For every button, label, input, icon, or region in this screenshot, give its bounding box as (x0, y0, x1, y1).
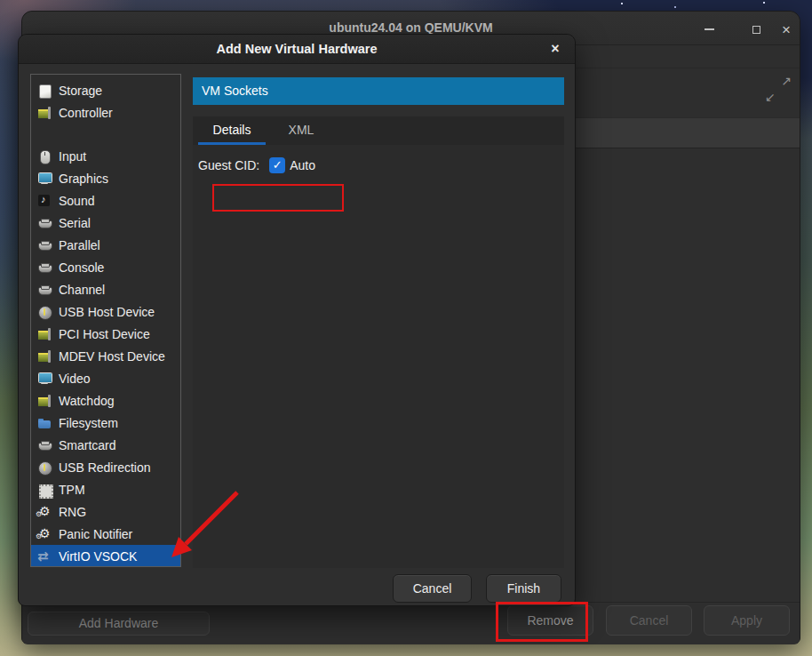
sidebar-item-parallel[interactable]: Parallel (31, 234, 180, 256)
serial-port-icon (37, 283, 52, 297)
sidebar-item-mdev-host-device[interactable]: MDEV Host Device (31, 345, 180, 367)
cancel-button[interactable]: Cancel (393, 574, 472, 603)
sidebar-item-watchdog[interactable]: Watchdog (31, 389, 180, 412)
sound-card-icon (37, 194, 52, 208)
apply-button[interactable]: Apply (704, 605, 790, 636)
minimize-icon (705, 28, 714, 30)
expand-sw-icon: ↙ (765, 90, 776, 104)
sidebar-item-console[interactable]: Console (31, 256, 180, 278)
tab-details[interactable]: Details (198, 116, 266, 145)
maximize-button[interactable] (748, 21, 764, 37)
serial-port-icon (37, 216, 52, 230)
pci-card-icon (37, 349, 52, 364)
usb-icon (37, 305, 52, 319)
serial-port-icon (37, 238, 52, 252)
close-icon: × (782, 22, 791, 37)
close-window-button[interactable]: × (778, 21, 794, 37)
sidebar-item-smartcard[interactable]: Smartcard (31, 434, 180, 456)
sidebar-item-sound[interactable]: Sound (31, 189, 180, 212)
fullscreen-toggle-button[interactable]: ↗ ↙ (765, 76, 792, 102)
usb-icon (37, 460, 52, 475)
window-cancel-button[interactable]: Cancel (606, 605, 692, 636)
dialog-close-button[interactable]: × (546, 40, 564, 58)
tab-xml[interactable]: XML (273, 116, 330, 145)
sidebar-item-rng[interactable]: RNG (31, 500, 180, 523)
monitor-icon (37, 372, 52, 386)
sidebar-item-channel[interactable]: Channel (31, 278, 180, 300)
remove-button[interactable]: Remove (507, 605, 593, 636)
gear-icon (37, 527, 52, 541)
page-title: VM Sockets (193, 77, 564, 105)
dialog-title: Add New Virtual Hardware (19, 42, 575, 56)
detail-tabs: Details XML (193, 116, 564, 145)
sidebar-item-pci-host-device[interactable]: PCI Host Device (31, 323, 180, 345)
maximize-icon (752, 26, 760, 34)
chip-icon (37, 483, 52, 497)
pci-card-icon (37, 394, 52, 408)
serial-port-icon (37, 260, 52, 275)
auto-label: Auto (290, 158, 315, 172)
guest-cid-label: Guest CID: (198, 158, 259, 172)
sidebar-item-graphics[interactable]: Graphics (31, 167, 180, 189)
dialog-titlebar[interactable]: Add New Virtual Hardware × (19, 35, 575, 64)
add-hardware-button[interactable]: Add Hardware (28, 612, 210, 636)
storage-drive-icon (37, 84, 52, 98)
guest-cid-row: Guest CID: ✓ Auto (198, 155, 315, 176)
monitor-icon (37, 172, 52, 186)
sidebar-item-usb-redirection[interactable]: USB Redirection (31, 456, 180, 478)
sidebar-item-usb-host-device[interactable]: USB Host Device (31, 300, 180, 323)
pci-card-icon (37, 106, 52, 120)
sidebar-item-tpm[interactable]: TPM (31, 478, 180, 500)
sidebar-spacer (31, 124, 180, 145)
folder-icon (37, 416, 52, 430)
sidebar-item-serial[interactable]: Serial (31, 212, 180, 234)
card-reader-icon (37, 438, 52, 452)
details-panel (193, 145, 564, 568)
sidebar-item-filesystem[interactable]: Filesystem (31, 412, 180, 434)
sidebar-item-controller[interactable]: Controller (31, 101, 180, 124)
add-hardware-dialog: Add New Virtual Hardware × Storage Contr… (18, 34, 576, 606)
pci-card-icon (37, 327, 52, 341)
finish-button[interactable]: Finish (486, 574, 561, 603)
sidebar-item-panic-notifier[interactable]: Panic Notifier (31, 523, 180, 545)
sidebar-item-virtio-vsock[interactable]: VirtIO VSOCK (31, 545, 180, 567)
sidebar-item-storage[interactable]: Storage (31, 79, 180, 101)
sidebar-item-input[interactable]: Input (31, 145, 180, 167)
gear-icon (37, 505, 52, 519)
sidebar-item-video[interactable]: Video (31, 367, 180, 389)
vsock-arrows-icon (37, 549, 52, 564)
mouse-icon (37, 149, 52, 164)
expand-ne-icon: ↗ (781, 74, 792, 88)
auto-checkbox[interactable]: ✓ (269, 157, 285, 173)
hardware-type-list: Storage Controller Input Graphics Sound … (30, 74, 181, 567)
minimize-button[interactable] (701, 21, 717, 37)
window-title: ubuntu24.04 on QEMU/KVM (22, 20, 800, 35)
